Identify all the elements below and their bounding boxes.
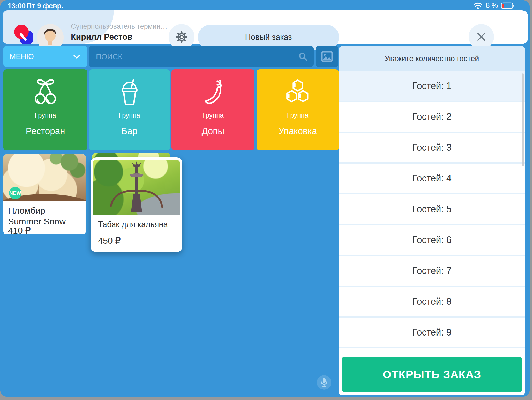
new-order-label: Новый заказ (245, 33, 292, 42)
battery-percent: 8 % (486, 2, 498, 10)
photo-icon (321, 51, 333, 62)
hexagons-icon (282, 77, 313, 108)
product-card-tabak[interactable]: Табак для кальяна 450 ₽ (91, 157, 182, 252)
user-role: Суперпользователь термин… (71, 23, 167, 31)
status-bar: 13:00 Пт 9 февр. 8 % (0, 0, 530, 11)
category-tile-dopy[interactable]: Группа Допы (171, 69, 254, 150)
category-tile-upakovka[interactable]: Группа Упаковка (257, 69, 339, 150)
app-logo (14, 25, 35, 45)
category-tile-bar[interactable]: Группа Бар (89, 69, 170, 150)
header: Суперпользователь термин… Кирилл Рестов (3, 10, 528, 44)
microphone-button[interactable] (317, 375, 331, 390)
cherries-icon (30, 77, 61, 108)
close-button[interactable] (469, 24, 494, 49)
scrollbar[interactable] (522, 73, 524, 166)
microphone-icon (320, 378, 328, 387)
guest-panel-title: Укажите количество гостей (339, 46, 525, 71)
product-price: 450 ₽ (98, 235, 121, 246)
guest-row-7[interactable]: Гостей: 7 (339, 256, 525, 287)
menu-label: МЕНЮ (10, 52, 34, 61)
close-icon (476, 32, 486, 42)
guest-row-5[interactable]: Гостей: 5 (339, 194, 525, 225)
new-badge: NEW (9, 187, 21, 199)
search-field[interactable] (89, 46, 314, 67)
guest-row-4[interactable]: Гостей: 4 (339, 164, 525, 194)
tile-name: Бар (89, 126, 170, 136)
open-order-button[interactable]: ОТКРЫТЬ ЗАКАЗ (342, 357, 522, 392)
tile-name: Допы (171, 126, 254, 136)
tile-name: Упаковка (257, 126, 339, 136)
chevron-down-icon (73, 55, 80, 59)
product-price: 410 ₽ (8, 225, 31, 234)
search-input[interactable] (95, 46, 293, 67)
guest-row-2[interactable]: Гостей: 2 (339, 102, 525, 133)
image-search-button[interactable] (316, 46, 338, 67)
guest-row-1[interactable]: Гостей: 1 (339, 71, 525, 102)
product-card-plombir[interactable]: NEW Пломбир Summer Snow 410 ₽ (3, 154, 86, 234)
menu-dropdown[interactable]: МЕНЮ (3, 46, 87, 67)
tile-sublabel: Группа (257, 111, 339, 119)
product-title: Табак для кальяна (98, 220, 168, 229)
tile-sublabel: Группа (171, 111, 254, 119)
battery-icon (501, 2, 514, 9)
guest-row-8[interactable]: Гостей: 8 (339, 287, 525, 318)
category-tile-restoran[interactable]: Группа Ресторан (3, 69, 87, 150)
tile-sublabel: Группа (3, 111, 87, 119)
pos-app: 13:00 Пт 9 февр. 8 % (0, 0, 530, 397)
tile-sublabel: Группа (89, 111, 170, 119)
guest-row-6[interactable]: Гостей: 6 (339, 225, 525, 256)
drink-cup-icon (114, 77, 145, 108)
guest-row-9[interactable]: Гостей: 9 (339, 318, 525, 348)
product-title: Пломбир Summer Snow (8, 205, 66, 227)
date: Пт 9 февр. (27, 2, 63, 10)
clock: 13:00 (8, 2, 26, 10)
user-name: Кирилл Рестов (71, 32, 132, 42)
guest-rows: Гостей: 1 Гостей: 2 Гостей: 3 Гостей: 4 … (339, 71, 525, 348)
open-order-label: ОТКРЫТЬ ЗАКАЗ (383, 368, 481, 381)
gear-icon (175, 31, 188, 43)
tile-name: Ресторан (3, 126, 87, 136)
wifi-icon (473, 2, 483, 9)
chili-pepper-icon (197, 77, 229, 108)
guest-row-3[interactable]: Гостей: 3 (339, 133, 525, 164)
search-icon (299, 52, 308, 61)
guest-count-panel: Укажите количество гостей Гостей: 1 Гост… (339, 46, 525, 395)
product-image-hookah (93, 160, 180, 215)
